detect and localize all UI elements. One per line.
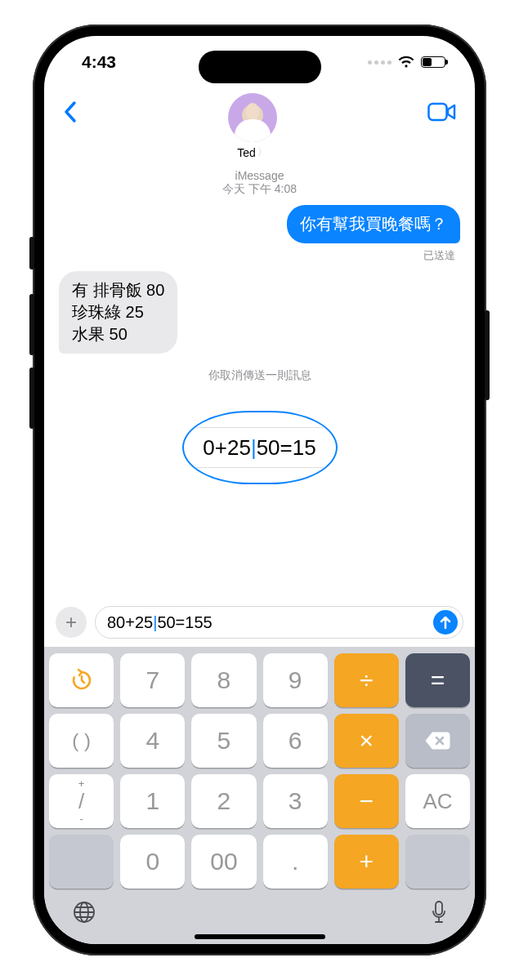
status-time: 4:43 [82, 52, 116, 72]
chevron-left-icon [62, 100, 77, 123]
key-history[interactable] [49, 653, 114, 707]
received-message-bubble[interactable]: 有 排骨飯 80 珍珠綠 25 水果 50 [59, 271, 177, 354]
key-sign-toggle[interactable]: + / - [49, 774, 114, 828]
key-6[interactable]: 6 [263, 714, 328, 768]
home-indicator[interactable] [195, 934, 325, 939]
message-row-incoming: 有 排骨飯 80 珍珠綠 25 水果 50 [59, 271, 460, 354]
wifi-icon [398, 56, 414, 69]
volume-down-button [29, 368, 34, 429]
chevron-right-icon: 〉 [257, 145, 267, 159]
contact-info[interactable]: Ted 〉 [228, 93, 277, 159]
plus-icon: + [65, 611, 77, 634]
input-text: 80+25|50=155 [107, 613, 433, 632]
key-9[interactable]: 9 [263, 653, 328, 707]
mic-icon[interactable] [431, 900, 447, 924]
key-clear[interactable]: AC [405, 774, 470, 828]
thread-service-label: iMessage [59, 169, 460, 182]
back-button[interactable] [62, 93, 77, 130]
text-cursor: | [251, 435, 257, 461]
thread-timestamp: 今天 下午 4:08 [59, 182, 460, 197]
svg-rect-3 [436, 902, 442, 915]
arrow-up-icon [440, 616, 451, 629]
message-thread[interactable]: iMessage 今天 下午 4:08 你有幫我買晚餐嗎？ 已送達 有 排骨飯 … [44, 163, 475, 601]
loupe-text-left: 0+25 [203, 435, 251, 461]
key-divide[interactable]: ÷ [334, 653, 399, 707]
calculator-keyboard: 7 8 9 ÷ = ( ) 4 5 6 × + / - [44, 647, 475, 944]
message-input-field[interactable]: 80+25|50=155 [95, 606, 463, 639]
key-parentheses[interactable]: ( ) [49, 714, 114, 768]
power-button [485, 310, 490, 400]
backspace-icon [424, 731, 450, 751]
phone-frame: 4:43 Ted 〉 iMe [33, 24, 486, 956]
key-plus[interactable]: + [334, 835, 399, 889]
message-header: Ted 〉 [44, 88, 475, 163]
history-icon [69, 668, 94, 693]
cellular-dots-icon [368, 60, 391, 65]
dynamic-island [199, 51, 321, 83]
add-attachment-button[interactable]: + [56, 607, 87, 638]
key-empty-2[interactable] [405, 835, 470, 889]
sent-message-bubble[interactable]: 你有幫我買晚餐嗎？ [287, 205, 460, 243]
battery-icon [421, 56, 445, 68]
key-decimal[interactable]: . [263, 835, 328, 889]
system-message: 你取消傳送一則訊息 [59, 368, 460, 383]
delivery-receipt: 已送達 [59, 248, 455, 263]
message-row-outgoing: 你有幫我買晚餐嗎？ [59, 205, 460, 243]
video-icon [427, 101, 457, 122]
contact-name-label: Ted [237, 146, 256, 159]
key-8[interactable]: 8 [191, 653, 256, 707]
magnifier-loupe: 0+25|50=15 [182, 411, 338, 484]
key-backspace[interactable] [405, 714, 470, 768]
key-equals[interactable]: = [405, 653, 470, 707]
key-7[interactable]: 7 [120, 653, 185, 707]
send-button[interactable] [433, 610, 458, 635]
side-button [29, 237, 34, 270]
facetime-button[interactable] [427, 93, 457, 126]
svg-rect-0 [429, 104, 447, 120]
key-3[interactable]: 3 [263, 774, 328, 828]
key-empty[interactable] [49, 835, 114, 889]
key-00[interactable]: 00 [191, 835, 256, 889]
volume-up-button [29, 294, 34, 355]
key-2[interactable]: 2 [191, 774, 256, 828]
text-magnifier: 0+25|50=15 [182, 411, 338, 484]
keyboard-bottom-row [49, 895, 470, 926]
key-minus[interactable]: − [334, 774, 399, 828]
globe-icon[interactable] [72, 900, 96, 924]
message-input-row: + 80+25|50=155 [44, 601, 475, 647]
key-1[interactable]: 1 [120, 774, 185, 828]
key-4[interactable]: 4 [120, 714, 185, 768]
status-right [368, 56, 445, 69]
contact-avatar [228, 93, 277, 142]
loupe-text-right: 50=15 [257, 435, 316, 461]
key-multiply[interactable]: × [334, 714, 399, 768]
key-5[interactable]: 5 [191, 714, 256, 768]
key-0[interactable]: 0 [120, 835, 185, 889]
screen: 4:43 Ted 〉 iMe [44, 36, 475, 944]
